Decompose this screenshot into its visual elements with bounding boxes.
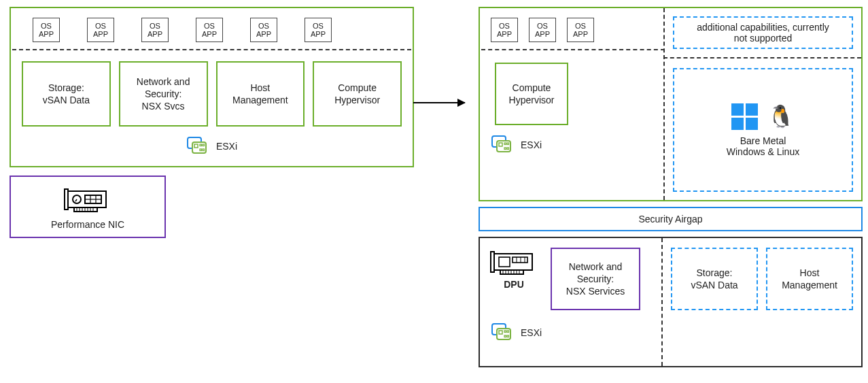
performance-nic-label: Performance NIC — [11, 219, 164, 230]
vm-osapp: OSAPP — [250, 18, 277, 42]
esxi-host-frame: OSAPP OSAPP OSAPP OSAPP OSAPP OSAPP Stor… — [10, 7, 414, 167]
vm-osapp: OSAPP — [87, 18, 114, 42]
esxi-icon — [491, 135, 514, 155]
migration-arrow-icon — [413, 102, 465, 103]
svg-rect-31 — [494, 254, 532, 270]
vm-osapp: OSAPP — [305, 18, 332, 42]
svc-host-mgmt-future: Host Management — [766, 248, 853, 310]
nic-card-icon — [63, 185, 112, 215]
esxi-label: ESXi — [489, 310, 656, 343]
vm-osapp: OSAPP — [529, 18, 556, 42]
svg-rect-33 — [513, 257, 527, 263]
svc-network-security: Network and Security: NSX Svcs — [119, 61, 208, 127]
svc-nsx-services: Network and Security: NSX Services — [551, 248, 640, 310]
esxi-icon — [491, 322, 514, 343]
dpu-label: DPU — [489, 279, 538, 290]
vm-osapp: OSAPP — [141, 18, 169, 42]
bare-metal-panel: additional capabilities, currently not s… — [665, 8, 861, 200]
vm-osapp: OSAPP — [33, 18, 60, 42]
svg-line-10 — [75, 199, 77, 201]
linux-tux-icon: 🐧 — [767, 105, 795, 127]
security-airgap-bar: Security Airgap — [479, 207, 863, 231]
os-app-row: OSAPP OSAPP OSAPP — [480, 8, 663, 49]
esxi-compute-panel: OSAPP OSAPP OSAPP Compute Hypervisor — [480, 8, 663, 200]
esxi-label: ESXi — [480, 129, 663, 165]
future-capabilities-box: additional capabilities, currently not s… — [673, 16, 853, 49]
bare-metal-box: 🐧 Bare Metal Windows & Linux — [673, 68, 853, 192]
svg-rect-15 — [74, 207, 97, 212]
svc-storage-future: Storage: vSAN Data — [671, 248, 758, 310]
vm-osapp: OSAPP — [491, 18, 518, 42]
svc-compute-hypervisor: Compute Hypervisor — [495, 63, 568, 125]
services-row: Storage: vSAN Data Network and Security:… — [11, 50, 413, 131]
vm-osapp: OSAPP — [196, 18, 223, 42]
dpu-arch-column: OSAPP OSAPP OSAPP Compute Hypervisor — [479, 7, 863, 367]
dpu-card: DPU — [489, 248, 538, 290]
windows-icon — [731, 103, 758, 130]
svc-storage: Storage: vSAN Data — [22, 61, 111, 127]
dpu-card-icon — [489, 248, 538, 278]
dpu-left-panel: DPU Network and Security: NSX Services — [480, 238, 661, 366]
svc-compute-hypervisor: Compute Hypervisor — [313, 61, 402, 127]
traditional-arch-column: OSAPP OSAPP OSAPP OSAPP OSAPP OSAPP Stor… — [10, 7, 414, 367]
esxi-text: ESXi — [521, 327, 542, 338]
vm-osapp: OSAPP — [567, 18, 594, 42]
svg-rect-32 — [499, 257, 510, 267]
dpu-frame: DPU Network and Security: NSX Services — [479, 237, 863, 367]
os-app-row: OSAPP OSAPP OSAPP OSAPP OSAPP OSAPP — [11, 8, 413, 49]
esxi-label: ESXi — [11, 131, 413, 166]
services-row: Compute Hypervisor — [480, 50, 663, 129]
svg-rect-37 — [500, 270, 523, 274]
host-frame: OSAPP OSAPP OSAPP Compute Hypervisor — [479, 7, 863, 201]
esxi-text: ESXi — [216, 141, 237, 152]
esxi-icon — [186, 136, 209, 156]
svc-host-mgmt: Host Management — [216, 61, 305, 127]
esxi-text: ESXi — [521, 139, 542, 150]
dpu-right-panel: Storage: vSAN Data Host Management — [663, 238, 861, 366]
divider — [663, 57, 861, 59]
bare-metal-label: Bare Metal Windows & Linux — [727, 135, 799, 157]
performance-nic-frame: Performance NIC — [10, 176, 166, 238]
